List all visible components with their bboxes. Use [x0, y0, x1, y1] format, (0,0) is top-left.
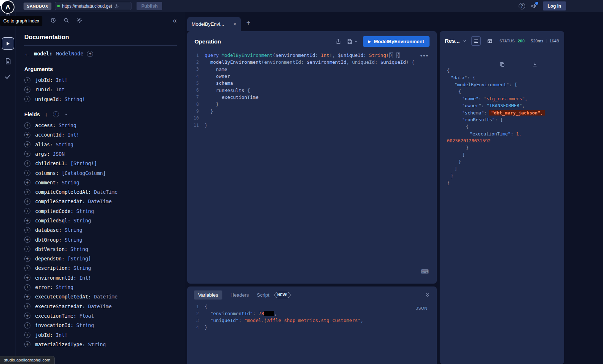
field-text[interactable]: accountId: Int!: [35, 132, 79, 138]
back-icon[interactable]: ←: [24, 51, 30, 57]
field-type[interactable]: String: [62, 180, 79, 185]
doc-field-row[interactable]: +childrenL1: [String!]: [24, 159, 177, 168]
add-to-query-icon[interactable]: +: [24, 256, 30, 262]
add-to-query-icon[interactable]: +: [24, 275, 30, 281]
login-button[interactable]: Log in: [543, 1, 566, 11]
field-type[interactable]: JSON: [53, 151, 65, 157]
field-text[interactable]: runId: Int: [35, 87, 64, 92]
field-text[interactable]: compiledSql: String: [35, 218, 91, 223]
field-text[interactable]: dependsOn: [String]: [35, 256, 91, 262]
field-text[interactable]: jobId: Int!: [35, 332, 67, 338]
add-to-query-icon[interactable]: +: [24, 208, 30, 214]
publish-button[interactable]: Publish: [137, 2, 162, 10]
field-text[interactable]: jobId: Int!: [35, 77, 67, 83]
format-view-icon[interactable]: [471, 36, 481, 46]
overflow-menu-icon[interactable]: •••: [420, 52, 429, 59]
field-text[interactable]: alias: String: [35, 142, 74, 147]
field-type[interactable]: String: [74, 265, 91, 271]
field-text[interactable]: database: String: [35, 227, 82, 233]
doc-field-row[interactable]: +environmentId: Int!: [24, 273, 177, 283]
close-tab-icon[interactable]: ×: [233, 21, 236, 27]
add-to-query-icon[interactable]: +: [24, 341, 30, 347]
doc-field-row[interactable]: +executionTime: Float: [24, 311, 177, 321]
doc-field-row[interactable]: +materializedType: String: [24, 340, 177, 349]
field-text[interactable]: access: String: [35, 122, 76, 128]
add-to-query-icon[interactable]: +: [24, 77, 30, 83]
field-type[interactable]: String: [64, 237, 82, 243]
operation-editor[interactable]: 1query ModelByEnvironment($environmentId…: [187, 52, 437, 129]
doc-field-row[interactable]: +alias: String: [24, 139, 177, 149]
collapse-panel-icon[interactable]: [425, 292, 430, 298]
download-icon[interactable]: [532, 51, 559, 78]
add-to-query-icon[interactable]: +: [24, 227, 30, 233]
add-to-query-icon[interactable]: +: [24, 87, 30, 93]
doc-field-row[interactable]: +comment: String: [24, 178, 177, 187]
chevron-down-icon[interactable]: [354, 39, 358, 43]
add-to-query-icon[interactable]: +: [24, 160, 30, 167]
run-operation-button[interactable]: ▶ ModelByEnvironment: [363, 36, 430, 47]
doc-field-row[interactable]: +jobId: Int!: [24, 75, 177, 85]
field-text[interactable]: compileStartedAt: DateTime: [35, 198, 112, 204]
field-type[interactable]: Float: [79, 313, 94, 319]
table-view-icon[interactable]: [485, 36, 494, 46]
checks-icon[interactable]: [4, 73, 12, 80]
keyboard-shortcuts-icon[interactable]: ⌨: [421, 268, 429, 275]
response-title[interactable]: Res...: [445, 38, 460, 44]
field-text[interactable]: materializedType: String: [35, 342, 106, 347]
add-to-query-icon[interactable]: +: [24, 303, 30, 309]
field-type[interactable]: String: [56, 142, 74, 147]
doc-field-row[interactable]: +invocationId: String: [24, 321, 177, 330]
doc-field-row[interactable]: +access: String: [24, 121, 177, 130]
field-type[interactable]: String!: [64, 96, 85, 102]
doc-field-row[interactable]: +uniqueId: String!: [24, 95, 177, 104]
share-icon[interactable]: [335, 38, 342, 45]
add-to-query-icon[interactable]: +: [24, 322, 30, 329]
doc-field-row[interactable]: +executeCompletedAt: DateTime: [24, 292, 177, 301]
field-type[interactable]: DateTime: [94, 294, 118, 300]
field-type[interactable]: Int!: [56, 332, 68, 338]
doc-field-row[interactable]: +compiledCode: String: [24, 206, 177, 216]
doc-field-row[interactable]: +dependsOn: [String]: [24, 254, 177, 263]
add-to-query-icon[interactable]: +: [24, 313, 30, 319]
field-type[interactable]: String: [76, 208, 94, 214]
search-icon[interactable]: [63, 17, 70, 24]
add-to-query-icon[interactable]: +: [24, 198, 30, 205]
sort-icon[interactable]: ↓: [45, 112, 48, 117]
announcements-icon[interactable]: [531, 3, 537, 9]
doc-field-row[interactable]: +jobId: Int!: [24, 330, 177, 339]
chevron-down-icon[interactable]: [462, 39, 467, 43]
doc-field-row[interactable]: +columns: [CatalogColumn]: [24, 168, 177, 177]
doc-field-row[interactable]: +accountId: Int!: [24, 130, 177, 139]
doc-field-row[interactable]: +database: String: [24, 225, 177, 235]
add-to-query-icon[interactable]: +: [24, 179, 30, 185]
operation-tab[interactable]: ModelByEnvi... ×: [187, 17, 241, 31]
add-to-query-icon[interactable]: +: [24, 122, 30, 129]
copy-icon[interactable]: [499, 51, 527, 78]
field-type[interactable]: [String]: [67, 256, 91, 262]
field-type[interactable]: Int!: [56, 77, 68, 83]
doc-field-row[interactable]: +compiledSql: String: [24, 216, 177, 225]
field-type[interactable]: String: [76, 322, 94, 328]
doc-field-row[interactable]: +dbtVersion: String: [24, 244, 177, 254]
field-text[interactable]: args: JSON: [35, 151, 64, 157]
field-type[interactable]: DateTime: [94, 189, 118, 195]
url-input[interactable]: https://metadata.cloud.get: [55, 2, 131, 10]
doc-field-row[interactable]: +error: String: [24, 283, 177, 292]
explorer-icon[interactable]: [2, 37, 14, 50]
field-type[interactable]: String: [88, 342, 106, 347]
field-text[interactable]: environmentId: Int!: [35, 275, 91, 281]
add-to-query-icon[interactable]: +: [24, 246, 30, 252]
field-type[interactable]: DateTime: [88, 198, 112, 204]
doc-field-row[interactable]: +runId: Int: [24, 85, 177, 94]
chevron-down-icon[interactable]: [64, 112, 68, 116]
add-to-query-icon[interactable]: +: [24, 170, 30, 176]
field-text[interactable]: executionTime: Float: [35, 313, 94, 319]
field-text[interactable]: executeCompletedAt: DateTime: [35, 294, 118, 300]
doc-field-row[interactable]: +compileCompletedAt: DateTime: [24, 187, 177, 197]
save-icon[interactable]: [347, 38, 353, 45]
add-to-query-icon[interactable]: +: [24, 189, 30, 195]
doc-field-row[interactable]: +args: JSON: [24, 149, 177, 159]
add-to-query-icon[interactable]: +: [24, 141, 30, 147]
field-type[interactable]: String: [71, 246, 88, 252]
field-text[interactable]: childrenL1: [String!]: [35, 160, 97, 166]
